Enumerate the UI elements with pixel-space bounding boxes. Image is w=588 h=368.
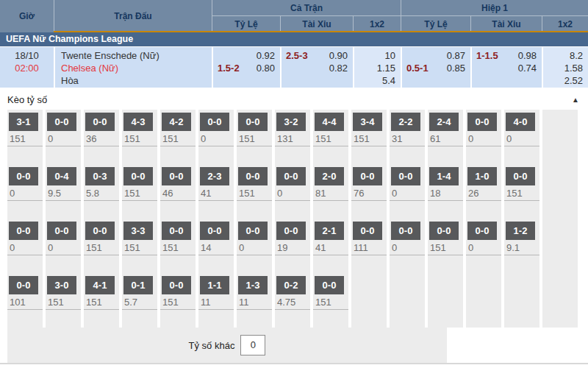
score-label: 3-0 — [47, 276, 76, 294]
score-label: 2-4 — [429, 113, 459, 131]
score-bet-cell[interactable]: 3-3151 — [122, 219, 157, 273]
score-bet-cell[interactable]: 0-00 — [466, 110, 501, 164]
score-bet-cell[interactable]: 0-0101 — [7, 273, 43, 328]
score-bet-cell[interactable]: 3-2131 — [275, 110, 310, 164]
score-bet-cell[interactable]: 0-0151 — [504, 164, 539, 219]
full-1x2-away[interactable]: 1.15 — [354, 62, 401, 74]
score-bet-cell[interactable]: 0-00 — [390, 164, 425, 219]
half-1x2-home[interactable]: 8.2 — [543, 49, 588, 62]
empty-grid-cell — [504, 273, 539, 328]
odds-value: 0.92 — [257, 49, 275, 62]
score-bet-cell[interactable]: 0-35.8 — [84, 164, 119, 219]
score-odds-value: 9.5 — [46, 186, 81, 201]
score-bet-cell[interactable]: 0-0151 — [428, 219, 463, 273]
score-bet-cell[interactable]: 0-49.5 — [46, 164, 81, 219]
correct-score-section-header[interactable]: Kèo tỷ số ▲ — [0, 92, 588, 108]
match-time-cell: 18/10 02:00 — [0, 47, 54, 88]
score-bet-cell[interactable]: 1-026 — [466, 164, 501, 219]
full-handicap-cell: 0.92 1.5-2 0.80 — [212, 47, 280, 88]
score-bet-cell[interactable]: 0-0151 — [84, 219, 119, 273]
score-odds-value: 151 — [84, 241, 119, 255]
score-bet-cell[interactable]: 0-00 — [275, 164, 310, 219]
score-label: 3-3 — [123, 222, 153, 240]
score-bet-cell[interactable]: 0-0111 — [351, 219, 387, 273]
score-odds-value: 151 — [504, 186, 539, 201]
score-bet-cell[interactable]: 1-29.1 — [504, 219, 539, 273]
bottom-divider — [0, 363, 588, 364]
score-bet-cell[interactable]: 0-00 — [7, 219, 43, 273]
score-bet-cell[interactable]: 3-1151 — [7, 110, 43, 164]
score-bet-cell[interactable]: 0-24.75 — [275, 273, 310, 328]
ou-line-value: 2.5-3 — [286, 49, 308, 62]
score-bet-cell[interactable]: 0-0151 — [122, 164, 157, 219]
league-header[interactable]: UEFA Nữ Champions League — [0, 32, 588, 46]
score-bet-cell[interactable]: 0-0151 — [237, 164, 272, 219]
empty-grid-cell — [542, 273, 578, 328]
score-odds-value: 151 — [122, 186, 157, 201]
score-bet-cell[interactable]: 0-00 — [466, 219, 501, 273]
other-score-value-box[interactable]: 0 — [240, 335, 265, 355]
score-bet-cell[interactable]: 1-111 — [198, 273, 234, 328]
score-bet-cell[interactable]: 2-141 — [313, 219, 348, 273]
score-label: 2-2 — [391, 113, 420, 131]
header-half-1x2: 1x2 — [542, 16, 588, 32]
header-col-time: Giờ — [0, 0, 54, 32]
score-label: 0-3 — [85, 167, 115, 185]
score-label: 0-0 — [162, 222, 191, 240]
ou-line-value: 1-1.5 — [476, 49, 498, 62]
full-1x2-home[interactable]: 10 — [354, 49, 401, 62]
half-1x2-draw[interactable]: 2.52 — [543, 74, 588, 87]
score-bet-cell[interactable]: 4-00 — [504, 110, 539, 164]
half-under[interactable]: 0.74 — [472, 62, 542, 74]
score-bet-cell[interactable]: 2-231 — [390, 110, 425, 164]
score-bet-cell[interactable]: 0-036 — [84, 110, 119, 164]
score-bet-cell[interactable]: 0-0151 — [160, 219, 196, 273]
score-odds-value: 151 — [122, 132, 157, 146]
half-over[interactable]: 1-1.5 0.98 — [472, 49, 542, 62]
other-score-bar: Tỷ số khác 0 — [7, 328, 447, 363]
score-bet-cell[interactable]: 0-15.7 — [122, 273, 157, 328]
score-bet-cell[interactable]: 2-081 — [313, 164, 348, 219]
score-odds-value: 41 — [313, 241, 348, 255]
collapse-arrow-icon[interactable]: ▲ — [572, 92, 579, 108]
full-1x2-draw[interactable]: 5.4 — [354, 74, 401, 87]
score-odds-value: 151 — [428, 241, 463, 255]
score-bet-cell[interactable]: 0-0151 — [313, 273, 348, 328]
empty-grid-cell — [542, 110, 578, 164]
score-bet-cell[interactable]: 0-00 — [46, 219, 81, 273]
score-bet-cell[interactable]: 0-014 — [198, 219, 234, 273]
full-over[interactable]: 2.5-3 0.90 — [282, 49, 353, 62]
score-bet-cell[interactable]: 1-418 — [428, 164, 463, 219]
full-handicap-home[interactable]: 0.92 — [213, 49, 280, 62]
half-over-under-cell: 1-1.5 0.98 0.74 — [470, 47, 542, 88]
score-bet-cell[interactable]: 0-046 — [160, 164, 196, 219]
score-bet-cell[interactable]: 0-00 — [7, 164, 43, 219]
score-label: 0-0 — [391, 222, 420, 240]
score-bet-cell[interactable]: 0-0151 — [237, 110, 272, 164]
score-bet-cell[interactable]: 0-076 — [351, 164, 387, 219]
half-1x2-away[interactable]: 1.58 — [543, 62, 588, 74]
score-odds-value: 11 — [237, 295, 272, 310]
score-bet-cell[interactable]: 0-00 — [390, 219, 425, 273]
score-bet-cell[interactable]: 4-1151 — [84, 273, 119, 328]
full-handicap-away[interactable]: 1.5-2 0.80 — [213, 62, 280, 74]
score-bet-cell[interactable]: 0-00 — [46, 110, 81, 164]
score-bet-cell[interactable]: 0-00 — [198, 110, 234, 164]
score-bet-cell[interactable]: 1-311 — [237, 273, 272, 328]
score-bet-cell[interactable]: 0-0151 — [160, 273, 196, 328]
score-bet-cell[interactable]: 0-00 — [237, 219, 272, 273]
score-bet-cell[interactable]: 3-4151 — [351, 110, 387, 164]
full-under[interactable]: 0.82 — [282, 62, 353, 74]
half-handicap-away[interactable]: 0.5-1 0.85 — [402, 62, 470, 74]
score-bet-cell[interactable]: 2-341 — [198, 164, 234, 219]
handicap-value: 0.5-1 — [406, 62, 429, 74]
score-bet-cell[interactable]: 4-2151 — [160, 110, 196, 164]
score-bet-cell[interactable]: 4-4151 — [313, 110, 348, 164]
score-label: 0-0 — [162, 276, 191, 294]
score-bet-cell[interactable]: 0-019 — [275, 219, 310, 273]
half-handicap-home[interactable]: 0.87 — [402, 49, 470, 62]
score-bet-cell[interactable]: 2-461 — [428, 110, 463, 164]
score-bet-cell[interactable]: 3-0151 — [46, 273, 81, 328]
score-bet-cell[interactable]: 4-3151 — [122, 110, 157, 164]
score-label: 0-0 — [506, 167, 535, 185]
